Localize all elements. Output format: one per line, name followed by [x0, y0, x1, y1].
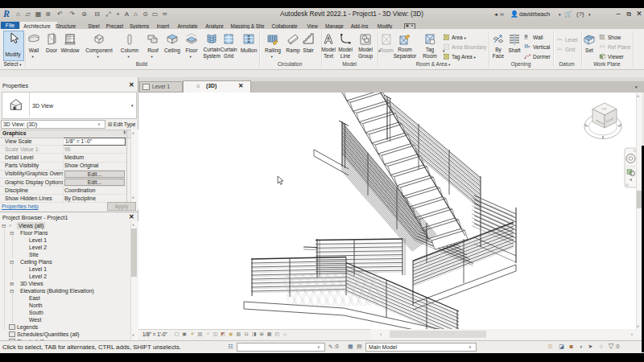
- svg-text:TOP: TOP: [601, 108, 607, 111]
